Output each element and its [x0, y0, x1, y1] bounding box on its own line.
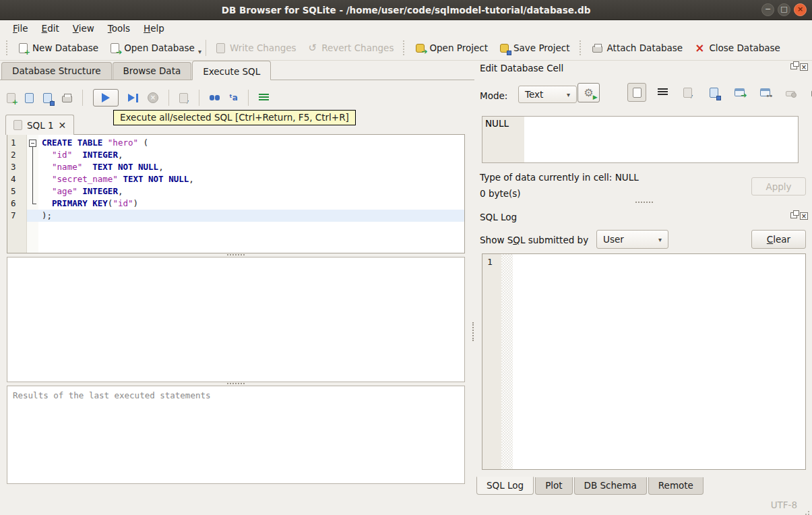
attach-database-button[interactable]: Attach Database	[586, 38, 689, 58]
close-dock-icon[interactable]: ×	[800, 212, 808, 220]
line-number: 4	[7, 173, 27, 185]
tab-browse-data[interactable]: Browse Data	[113, 62, 192, 80]
word-wrap-icon	[658, 88, 668, 96]
sql-tab-doc-icon	[13, 120, 22, 130]
menu-help[interactable]: Help	[137, 22, 170, 34]
code-line-7[interactable]: 7);	[7, 210, 464, 222]
line-number: 1	[7, 137, 27, 149]
print-icon	[62, 96, 72, 102]
code-line-4[interactable]: 4 "secret_name" TEXT NOT NULL,	[7, 173, 464, 185]
copy-link-button[interactable]: ⊶	[755, 83, 774, 102]
menu-tools[interactable]: Tools	[102, 22, 136, 34]
execute-line-play-icon	[128, 94, 135, 102]
text-mode-button[interactable]	[627, 83, 646, 102]
tab-database-structure[interactable]: Database Structure	[1, 62, 112, 80]
print-sql-button[interactable]	[62, 93, 72, 102]
close-button[interactable]: ×	[794, 3, 807, 16]
menu-edit[interactable]: Edit	[36, 22, 65, 34]
cell-type-info: Type of data currently in cell: NULL	[480, 172, 639, 183]
toolbar-handle[interactable]	[6, 40, 9, 55]
execute-current-line-button[interactable]	[128, 94, 138, 102]
code-line-3[interactable]: 3 "name" TEXT NOT NULL,	[7, 161, 464, 173]
sql-editor-lines: 1CREATE TABLE "hero" (2 "id" INTEGER,3 "…	[7, 135, 464, 222]
code-line-2[interactable]: 2 "id" INTEGER,	[7, 149, 464, 161]
execute-sql-button[interactable]	[93, 89, 119, 107]
line-number: 7	[7, 210, 27, 222]
fold-margin[interactable]	[27, 137, 38, 149]
code-text: PRIMARY KEY("id")	[38, 198, 464, 210]
auto-apply-button[interactable]: ⚙▶	[577, 83, 600, 102]
tab-plot[interactable]: Plot	[535, 477, 572, 495]
new-database-icon: +	[19, 43, 28, 53]
dock-splitter[interactable]	[476, 200, 812, 204]
edit-cell-toolbar: ▾ ➔ ⊶	[627, 83, 812, 102]
format-sql-icon	[259, 94, 269, 102]
float-dock-icon[interactable]	[790, 63, 797, 69]
log-filter-combobox[interactable]: User ▾	[596, 230, 668, 249]
fold-margin	[27, 210, 38, 222]
fold-margin	[27, 198, 38, 210]
open-project-button[interactable]: ➔ Open Project	[410, 38, 494, 58]
code-line-6[interactable]: 6 PRIMARY KEY("id")	[7, 198, 464, 210]
resize-grip[interactable]	[808, 511, 809, 512]
save-project-icon	[500, 44, 509, 53]
menu-file[interactable]: File	[7, 22, 34, 34]
menu-bar: File Edit View Tools Help	[0, 20, 812, 36]
results-grid-panel[interactable]	[7, 257, 465, 382]
word-wrap-button[interactable]	[653, 83, 672, 102]
code-text: "secret_name" TEXT NOT NULL,	[38, 173, 464, 185]
tab-remote[interactable]: Remote	[648, 477, 704, 495]
export-data-button[interactable]	[704, 83, 723, 102]
results-message-panel: Results of the last executed statements	[7, 386, 465, 484]
clear-log-button[interactable]: Clear	[751, 230, 806, 249]
new-database-button[interactable]: + New Database	[13, 38, 104, 58]
fold-margin	[27, 173, 38, 185]
tab-execute-sql[interactable]: Execute SQL	[192, 61, 271, 80]
toolbar-handle[interactable]	[403, 40, 406, 55]
tab-db-schema[interactable]: DB Schema	[574, 477, 647, 495]
find-replace-button[interactable]: ᵗa	[229, 94, 238, 102]
attach-database-icon	[592, 46, 602, 53]
set-null-icon	[786, 91, 795, 96]
open-database-button[interactable]: ➔ Open Database	[104, 38, 201, 58]
tab-sql-log[interactable]: SQL Log	[476, 477, 534, 495]
stop-icon: ×	[148, 92, 158, 103]
save-sql-file-button[interactable]: ▾	[43, 91, 53, 105]
window-title: DB Browser for SQLite - /home/user/code/…	[222, 5, 591, 16]
find-replace-icon: ᵗa	[229, 94, 238, 102]
float-dock-icon[interactable]	[790, 212, 797, 218]
new-sql-tab-button[interactable]: +	[7, 93, 15, 103]
execute-tooltip: Execute all/selected SQL [Ctrl+Return, F…	[113, 110, 356, 125]
sql-tab-close-icon[interactable]: ✕	[59, 120, 67, 131]
close-dock-icon[interactable]: ×	[800, 63, 808, 71]
write-changes-icon	[216, 43, 225, 53]
open-database-icon: ➔	[111, 43, 119, 53]
cell-value-editor[interactable]: NULL	[482, 116, 799, 163]
save-project-button[interactable]: Save Project	[494, 38, 576, 58]
close-database-button[interactable]: × Close Database	[689, 38, 786, 58]
open-database-dropdown-arrow[interactable]: ▾	[198, 41, 201, 55]
toolbar-separator	[248, 90, 249, 106]
results-message-text: Results of the last executed statements	[13, 390, 211, 400]
mode-combobox[interactable]: Text ▾	[518, 86, 577, 103]
code-line-1[interactable]: 1CREATE TABLE "hero" (	[7, 137, 464, 149]
minimize-button[interactable]: −	[761, 3, 774, 16]
find-button[interactable]	[210, 95, 220, 100]
open-sql-file-button[interactable]	[25, 93, 34, 103]
line-number: 2	[7, 149, 27, 161]
print-cell-button[interactable]	[807, 83, 812, 102]
import-data-button: ▾	[679, 83, 697, 102]
format-sql-button[interactable]	[259, 94, 269, 102]
sql-code-editor[interactable]: 1CREATE TABLE "hero" (2 "id" INTEGER,3 "…	[7, 134, 465, 253]
main-splitter-handle[interactable]	[472, 322, 474, 341]
sql-document-tab[interactable]: SQL 1 ✕	[5, 115, 74, 135]
code-line-5[interactable]: 5 "age" INTEGER,	[7, 185, 464, 198]
execute-play-icon	[102, 93, 110, 102]
open-in-external-button[interactable]: ➔	[730, 83, 749, 102]
maximize-button[interactable]: □	[778, 3, 790, 16]
title-bar[interactable]: DB Browser for SQLite - /home/user/code/…	[0, 0, 812, 20]
sql-log-view[interactable]: 1	[482, 253, 806, 470]
sql-toolbar: + ▾ × ▾ ᵗa	[7, 86, 269, 109]
toolbar-handle[interactable]	[580, 40, 583, 55]
menu-view[interactable]: View	[67, 22, 100, 34]
